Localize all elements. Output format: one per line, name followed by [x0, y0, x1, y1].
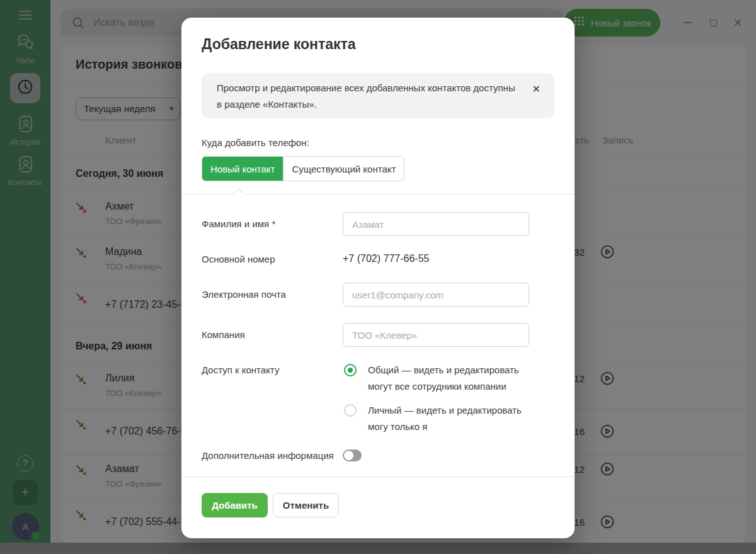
access-option-private[interactable]: Личный — видеть и редактировать могу тол…	[343, 402, 542, 435]
close-icon: ✕	[532, 84, 541, 94]
name-input[interactable]	[343, 212, 529, 236]
extra-info-label: Дополнительная информация	[202, 450, 334, 461]
email-label: Электронная почта	[202, 289, 286, 300]
tab-new-contact[interactable]: Новый контакт	[202, 157, 283, 181]
access-option-shared[interactable]: Общий — видеть и редактировать могут все…	[343, 362, 542, 395]
email-input[interactable]	[343, 283, 529, 307]
company-input[interactable]	[343, 323, 529, 347]
banner-close-button[interactable]: ✕	[532, 81, 541, 98]
radio-selected-icon	[344, 364, 357, 376]
tab-existing-contact[interactable]: Существующий контакт	[283, 157, 404, 181]
modal-title: Добавление контакта	[202, 36, 356, 53]
footer-divider	[181, 477, 575, 477]
contact-type-tabs: Новый контакт Существующий контакт	[202, 156, 404, 181]
radio-unselected-icon	[344, 404, 357, 417]
company-label: Компания	[202, 329, 245, 340]
app-window: Чаты История	[0, 0, 756, 554]
extra-info-toggle[interactable]	[343, 449, 362, 461]
submit-button[interactable]: Добавить	[202, 493, 268, 517]
toggle-knob	[344, 451, 353, 460]
phone-label: Основной номер	[202, 254, 275, 264]
tab-pointer-notch	[232, 188, 244, 200]
banner-text-line1: Просмотр и редактирование всех добавленн…	[217, 80, 519, 96]
access-label: Доступ к контакту	[202, 365, 279, 375]
banner-text-line2: в разделе «Контакты».	[217, 96, 519, 113]
add-contact-modal: Добавление контакта Просмотр и редактиро…	[181, 18, 575, 538]
where-to-add-label: Куда добавить телефон:	[202, 137, 309, 148]
phone-value: +7 (702) 777-66-55	[343, 253, 429, 264]
name-label: Фамилия и имя *	[202, 218, 275, 229]
cancel-button[interactable]: Отменить	[273, 493, 339, 517]
info-banner: Просмотр и редактирование всех добавленн…	[202, 73, 554, 118]
